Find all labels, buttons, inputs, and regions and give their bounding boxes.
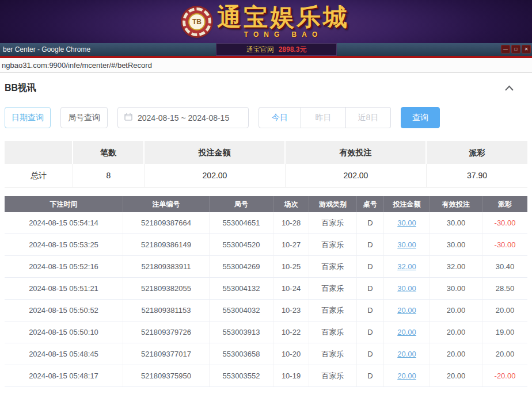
col-header-bet-amount: 投注金额 bbox=[384, 196, 430, 212]
table-number-cell: D bbox=[357, 343, 384, 365]
valid-bet-cell: 30.00 bbox=[430, 212, 482, 233]
table-number-cell: D bbox=[357, 321, 384, 343]
session-cell: 10-22 bbox=[273, 321, 309, 343]
order-number-cell: 521809382055 bbox=[123, 278, 210, 299]
poker-chip-icon: TB bbox=[183, 7, 211, 36]
order-number-cell: 521809377017 bbox=[123, 343, 210, 365]
close-button[interactable]: ✕ bbox=[522, 45, 531, 53]
summary-header-blank bbox=[5, 141, 73, 164]
table-row: 2024-08-15 05:50:52 521809381153 5530040… bbox=[5, 300, 527, 321]
browser-address-bar[interactable]: ngbao31.com:9900/infe/mcenter/#/betRecor… bbox=[0, 58, 532, 73]
game-type-cell: 百家乐 bbox=[309, 212, 357, 233]
payout-cell: 28.50 bbox=[482, 278, 527, 299]
bet-amount-cell: 30.00 bbox=[384, 234, 430, 255]
table-row: 2024-08-15 05:53:25 521809386149 5530045… bbox=[5, 234, 527, 256]
date-range-value: 2024-08-15 ~ 2024-08-15 bbox=[138, 113, 229, 122]
session-cell: 10-28 bbox=[273, 212, 309, 233]
bet-amount-link[interactable]: 32.00 bbox=[397, 262, 416, 271]
valid-bet-cell: 30.00 bbox=[430, 234, 482, 255]
balance-badge-value: 2898.3元 bbox=[279, 45, 307, 55]
order-number-cell: 521809387664 bbox=[123, 212, 210, 233]
yesterday-button[interactable]: 昨日 bbox=[301, 107, 346, 128]
summary-total-label: 总计 bbox=[5, 164, 73, 187]
payout-cell: 30.40 bbox=[482, 256, 527, 277]
bet-amount-cell: 20.00 bbox=[384, 300, 430, 321]
summary-count: 8 bbox=[73, 164, 145, 187]
date-range-input[interactable]: 2024-08-15 ~ 2024-08-15 bbox=[117, 107, 249, 128]
summary-header-valid-bet: 有效投注 bbox=[286, 141, 427, 164]
date-query-button[interactable]: 日期查询 bbox=[5, 107, 51, 128]
table-number-cell: D bbox=[357, 365, 384, 386]
payout-cell: -20.00 bbox=[482, 365, 527, 386]
valid-bet-cell: 20.00 bbox=[430, 365, 482, 386]
session-cell: 10-19 bbox=[273, 365, 309, 386]
bet-amount-link[interactable]: 30.00 bbox=[397, 284, 416, 293]
collapse-chevron-icon[interactable] bbox=[504, 85, 514, 91]
order-number-cell: 521809383911 bbox=[123, 256, 210, 277]
col-header-game-type: 游戏类别 bbox=[309, 196, 357, 212]
casino-logo: TB 通宝娱乐城 TONG BAO bbox=[183, 5, 349, 39]
bet-amount-cell: 20.00 bbox=[384, 365, 430, 386]
game-type-cell: 百家乐 bbox=[309, 321, 357, 343]
search-button[interactable]: 查询 bbox=[401, 107, 440, 128]
session-cell: 10-20 bbox=[273, 343, 309, 365]
bet-amount-link[interactable]: 30.00 bbox=[397, 240, 416, 249]
game-type-cell: 百家乐 bbox=[309, 365, 357, 386]
maximize-button[interactable]: □ bbox=[511, 45, 520, 53]
table-number-cell: D bbox=[357, 278, 384, 299]
col-header-table-number: 桌号 bbox=[357, 196, 384, 212]
round-number-cell: 553004269 bbox=[210, 256, 273, 277]
order-number-cell: 521809381153 bbox=[123, 300, 210, 321]
summary-header-bet-amount: 投注金额 bbox=[145, 141, 286, 164]
summary-payout: 37.90 bbox=[427, 164, 527, 187]
last-8-days-button[interactable]: 近8日 bbox=[346, 107, 391, 128]
valid-bet-cell: 30.00 bbox=[430, 278, 482, 299]
minimize-button[interactable]: — bbox=[501, 45, 510, 53]
bet-time-cell: 2024-08-15 05:54:14 bbox=[5, 212, 123, 233]
table-row: 2024-08-15 05:52:16 521809383911 5530042… bbox=[5, 256, 527, 278]
bet-amount-link[interactable]: 20.00 bbox=[397, 306, 416, 315]
bet-time-cell: 2024-08-15 05:50:52 bbox=[5, 300, 123, 321]
bet-table-header-row: 下注时间 注单编号 局号 场次 游戏类别 桌号 投注金额 有效投注 派彩 bbox=[5, 196, 527, 212]
session-cell: 10-25 bbox=[273, 256, 309, 277]
page-content: BB视讯 日期查询 局号查询 2024-08-15 ~ 2024-08-15 今… bbox=[0, 73, 532, 402]
section-title: BB视讯 bbox=[5, 82, 36, 94]
summary-header-payout: 派彩 bbox=[427, 141, 527, 164]
section-header: BB视讯 bbox=[0, 73, 532, 94]
col-header-round-number: 局号 bbox=[210, 196, 273, 212]
order-number-cell: 521809375950 bbox=[123, 365, 210, 386]
game-type-cell: 百家乐 bbox=[309, 343, 357, 365]
round-number-cell: 553003913 bbox=[210, 321, 273, 343]
bet-amount-cell: 32.00 bbox=[384, 256, 430, 277]
col-header-session: 场次 bbox=[273, 196, 309, 212]
round-number-cell: 553004520 bbox=[210, 234, 273, 255]
payout-cell: 19.00 bbox=[482, 321, 527, 343]
today-button[interactable]: 今日 bbox=[259, 107, 301, 128]
bet-time-cell: 2024-08-15 05:50:10 bbox=[5, 321, 123, 343]
game-type-cell: 百家乐 bbox=[309, 300, 357, 321]
table-number-cell: D bbox=[357, 256, 384, 277]
url-text[interactable]: ngbao31.com:9900/infe/mcenter/#/betRecor… bbox=[0, 61, 152, 70]
session-cell: 10-23 bbox=[273, 300, 309, 321]
bet-amount-cell: 20.00 bbox=[384, 343, 430, 365]
col-header-bet-time: 下注时间 bbox=[5, 196, 123, 212]
bet-time-cell: 2024-08-15 05:53:25 bbox=[5, 234, 123, 255]
round-query-button[interactable]: 局号查询 bbox=[60, 107, 108, 128]
bet-amount-cell: 20.00 bbox=[384, 321, 430, 343]
bet-amount-link[interactable]: 20.00 bbox=[397, 328, 416, 336]
bet-record-table: 下注时间 注单编号 局号 场次 游戏类别 桌号 投注金额 有效投注 派彩 202… bbox=[5, 196, 527, 387]
round-number-cell: 553004032 bbox=[210, 300, 273, 321]
bet-amount-link[interactable]: 20.00 bbox=[397, 350, 416, 358]
table-number-cell: D bbox=[357, 234, 384, 255]
bet-amount-link[interactable]: 30.00 bbox=[397, 219, 416, 227]
bet-amount-link[interactable]: 20.00 bbox=[397, 372, 416, 380]
bet-amount-cell: 30.00 bbox=[384, 278, 430, 299]
order-number-cell: 521809386149 bbox=[123, 234, 210, 255]
logo-title: 通宝娱乐城 bbox=[217, 5, 349, 29]
bet-time-cell: 2024-08-15 05:52:16 bbox=[5, 256, 123, 277]
summary-total-row: 总计 8 202.00 202.00 37.90 bbox=[5, 164, 527, 187]
table-row: 2024-08-15 05:54:14 521809387664 5530046… bbox=[5, 212, 527, 234]
round-number-cell: 553003658 bbox=[210, 343, 273, 365]
summary-header-count: 笔数 bbox=[73, 141, 145, 164]
bet-amount-cell: 30.00 bbox=[384, 212, 430, 233]
